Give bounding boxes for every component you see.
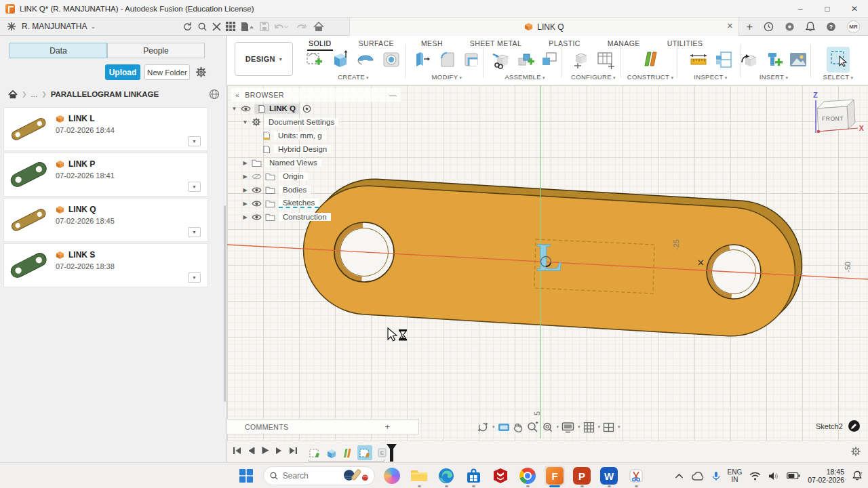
taskbar-store[interactable]	[463, 466, 484, 486]
taskbar-copilot[interactable]	[382, 466, 402, 486]
visibility-off-eye-icon[interactable]	[252, 173, 262, 180]
user-name[interactable]: R. MANJUNATHA	[22, 22, 87, 31]
timeline-position-marker[interactable]	[387, 444, 397, 462]
maximize-button[interactable]: □	[814, 0, 841, 17]
notification-bell-icon[interactable]: z	[852, 470, 863, 481]
apps-grid-icon[interactable]	[226, 22, 235, 31]
group-label-assemble[interactable]: ASSEMBLE	[487, 73, 563, 81]
pan-icon[interactable]	[513, 422, 524, 433]
browser-row-units[interactable]: Units: mm, g	[231, 129, 401, 142]
visibility-eye-icon[interactable]	[241, 105, 251, 113]
file-card-link-s[interactable]: LINK S 07-02-2026 18:38 ▼	[4, 244, 208, 287]
save-icon[interactable]	[260, 22, 269, 31]
caret-right-icon[interactable]: ▶	[242, 174, 248, 180]
tray-chevron-up-icon[interactable]	[675, 473, 684, 479]
visibility-eye-icon[interactable]	[252, 186, 262, 194]
construction-label[interactable]: Construction	[279, 213, 331, 221]
shell-icon[interactable]	[462, 50, 481, 69]
hole-icon[interactable]	[381, 49, 401, 70]
taskbar-mcafee[interactable]	[490, 466, 511, 486]
file-menu-icon[interactable]	[240, 22, 255, 32]
new-component-icon[interactable]	[492, 50, 511, 69]
user-menu-caret-icon[interactable]: ⌄	[90, 23, 96, 30]
group-label-configure[interactable]: CONFIGURE	[564, 73, 623, 81]
bodies-label[interactable]: Bodies	[279, 186, 311, 194]
origin-label[interactable]: Origin	[279, 172, 308, 180]
taskbar-search[interactable]	[263, 466, 375, 485]
home-icon[interactable]	[313, 22, 324, 32]
timeline-go-end-icon[interactable]	[289, 447, 298, 455]
add-comment-icon[interactable]: +	[384, 422, 390, 432]
start-button[interactable]	[236, 466, 256, 486]
fit-icon[interactable]	[541, 421, 553, 433]
search-icon[interactable]	[197, 22, 208, 32]
caret-right-icon[interactable]: ▶	[242, 214, 248, 220]
breadcrumb-current-folder[interactable]: PARALLELOGRAM LINKAGE	[51, 90, 159, 98]
rigid-group-icon[interactable]	[540, 51, 558, 68]
construct-plane-icon[interactable]	[640, 49, 660, 70]
browser-row-doc-settings[interactable]: ▼ Document Settings	[231, 115, 401, 129]
named-views-label[interactable]: Named Views	[265, 159, 321, 167]
browser-header[interactable]: « BROWSER —	[231, 88, 401, 102]
extrude-icon[interactable]	[330, 49, 350, 70]
create-sketch-icon[interactable]	[305, 50, 324, 69]
browser-row-named-views[interactable]: ▶ Named Views	[231, 156, 401, 169]
timeline-feature-extrude[interactable]	[325, 447, 337, 459]
file-dropdown-button[interactable]: ▼	[188, 182, 201, 192]
group-label-modify[interactable]: MODIFY	[409, 73, 485, 81]
file-dropdown-button[interactable]: ▼	[188, 227, 201, 237]
wifi-icon[interactable]	[749, 472, 761, 481]
volume-icon[interactable]	[768, 472, 779, 481]
finish-sketch-badge-icon[interactable]	[848, 420, 860, 432]
visibility-eye-icon[interactable]	[252, 214, 262, 221]
job-status-clock-icon[interactable]	[764, 22, 774, 32]
timeline-feature-construct[interactable]	[341, 447, 353, 459]
browser-row-bodies[interactable]: ▶ Bodies	[231, 183, 401, 197]
timeline-step-forward-icon[interactable]	[275, 447, 283, 455]
file-card-link-q[interactable]: LINK Q 07-02-2026 18:45 ▼	[4, 199, 208, 241]
joint-icon[interactable]	[516, 50, 535, 69]
configure-icon[interactable]	[572, 50, 591, 69]
new-tab-icon[interactable]: +	[747, 21, 753, 33]
browser-row-root[interactable]: ▼ LINK Q	[231, 102, 401, 115]
file-dropdown-button[interactable]: ▼	[188, 136, 201, 146]
file-card-link-p[interactable]: LINK P 07-02-2026 18:41 ▼	[4, 153, 208, 196]
group-label-create[interactable]: CREATE	[303, 73, 403, 81]
notifications-bell-icon[interactable]	[806, 22, 815, 32]
sidebar-scrollbar[interactable]	[224, 205, 226, 402]
viewports-icon[interactable]	[603, 422, 614, 432]
caret-down-icon[interactable]: ▼	[231, 106, 237, 112]
hybrid-label[interactable]: Hybrid Design	[274, 145, 331, 153]
tab-people[interactable]: People	[107, 43, 205, 58]
browser-row-sketches[interactable]: ▶ Sketches	[231, 197, 401, 210]
workspace-switcher[interactable]: DESIGN	[235, 42, 293, 76]
search-input[interactable]	[283, 471, 337, 481]
sync-icon[interactable]	[182, 22, 193, 32]
group-label-insert[interactable]: INSERT	[737, 73, 810, 81]
timeline-play-icon[interactable]	[261, 446, 269, 455]
comments-bar[interactable]: COMMENTS +	[227, 419, 419, 434]
viewport-canvas[interactable]: L -25 -50 5 Z FRONT X	[227, 85, 868, 441]
grid-settings-icon[interactable]	[583, 422, 595, 433]
clear-icon[interactable]	[212, 22, 221, 31]
visibility-eye-icon[interactable]	[252, 200, 262, 207]
configuration-table-icon[interactable]	[596, 50, 615, 69]
browser-row-origin[interactable]: ▶ Origin	[231, 169, 401, 183]
minimize-button[interactable]: –	[787, 0, 814, 17]
fillet-icon[interactable]	[437, 50, 456, 69]
insert-fastener-icon[interactable]	[764, 50, 783, 69]
home-breadcrumb-icon[interactable]	[8, 90, 18, 99]
document-tab[interactable]: LINK Q	[350, 18, 738, 36]
taskbar-fusion-active[interactable]: F	[545, 466, 565, 486]
caret-down-icon[interactable]: ▼	[242, 119, 248, 125]
look-at-icon[interactable]	[498, 422, 510, 432]
insert-derive-icon[interactable]	[740, 50, 759, 69]
measure-icon[interactable]	[688, 50, 709, 69]
panel-settings-gear-icon[interactable]	[195, 66, 207, 78]
browser-collapse-icon[interactable]: «	[235, 91, 239, 99]
canvas-image-icon[interactable]	[789, 51, 808, 68]
display-settings-icon[interactable]	[561, 422, 574, 433]
battery-icon[interactable]	[787, 472, 800, 480]
taskbar-file-explorer[interactable]	[409, 466, 429, 486]
file-dropdown-button[interactable]: ▼	[188, 272, 201, 283]
